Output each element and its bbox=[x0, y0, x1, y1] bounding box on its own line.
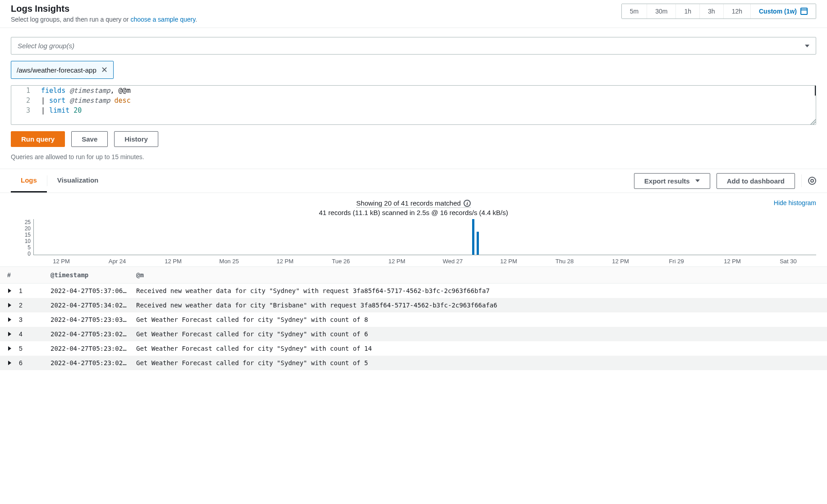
log-group-tag: /aws/weather-forecast-app ✕ bbox=[11, 61, 114, 79]
expand-caret-icon[interactable] bbox=[8, 361, 11, 365]
time-range-5m[interactable]: 5m bbox=[622, 4, 647, 18]
expand-cell[interactable] bbox=[0, 341, 15, 356]
row-number: 4 bbox=[15, 327, 47, 341]
y-axis: 2520151050 bbox=[11, 219, 33, 255]
chart-body[interactable] bbox=[33, 219, 816, 255]
table-row[interactable]: 42022-04-27T05:23:02.99…Get Weather Fore… bbox=[0, 327, 827, 341]
table-row[interactable]: 22022-04-27T05:34:02.32…Received new wea… bbox=[0, 298, 827, 312]
time-range-12h[interactable]: 12h bbox=[724, 4, 751, 18]
x-tick: 12 PM bbox=[593, 258, 648, 265]
row-number: 3 bbox=[15, 312, 47, 327]
x-tick: Mon 25 bbox=[201, 258, 257, 265]
message-cell: Get Weather Forecast called for city "Sy… bbox=[133, 341, 827, 356]
page-title: Logs Insights bbox=[11, 4, 197, 14]
records-matched-label: Showing 20 of 41 records matched bbox=[356, 199, 461, 207]
table-row[interactable]: 32022-04-27T05:23:03.14…Get Weather Fore… bbox=[0, 312, 827, 327]
message-cell: Received new weather data for city "Sydn… bbox=[133, 284, 827, 298]
time-range-1h[interactable]: 1h bbox=[676, 4, 700, 18]
histogram-bar[interactable] bbox=[472, 219, 474, 255]
timestamp-cell: 2022-04-27T05:34:02.32… bbox=[47, 298, 133, 312]
expand-caret-icon[interactable] bbox=[8, 317, 11, 322]
y-tick: 15 bbox=[25, 232, 31, 238]
hide-histogram-link[interactable]: Hide histogram bbox=[774, 199, 816, 206]
add-to-dashboard-button[interactable]: Add to dashboard bbox=[717, 173, 795, 189]
message-cell: Get Weather Forecast called for city "Sy… bbox=[133, 356, 827, 370]
line-number: 2 bbox=[11, 96, 37, 105]
x-tick: 12 PM bbox=[145, 258, 201, 265]
y-tick: 10 bbox=[25, 238, 31, 244]
subtitle-prefix: Select log groups, and then run a query … bbox=[11, 16, 130, 23]
y-tick: 0 bbox=[28, 251, 31, 257]
time-range-30m[interactable]: 30m bbox=[647, 4, 676, 18]
table-row[interactable]: 12022-04-27T05:37:06.74…Received new wea… bbox=[0, 284, 827, 298]
row-number: 5 bbox=[15, 341, 47, 356]
expand-cell[interactable] bbox=[0, 298, 15, 312]
expand-caret-icon[interactable] bbox=[8, 332, 11, 336]
tab-logs[interactable]: Logs bbox=[11, 169, 47, 192]
x-tick: 12 PM bbox=[33, 258, 89, 265]
remove-log-group-icon[interactable]: ✕ bbox=[101, 65, 108, 75]
export-results-button[interactable]: Export results bbox=[634, 173, 710, 189]
y-tick: 25 bbox=[25, 219, 31, 225]
table-header-timestamp[interactable]: @timestamp bbox=[47, 267, 133, 284]
table-header-index[interactable]: # bbox=[0, 267, 47, 284]
caret-down-icon bbox=[805, 45, 809, 47]
time-range-selector: 5m30m1h3h12hCustom (1w) bbox=[621, 4, 816, 19]
expand-cell[interactable] bbox=[0, 284, 15, 298]
expand-caret-icon[interactable] bbox=[8, 346, 11, 351]
expand-cell[interactable] bbox=[0, 327, 15, 341]
run-query-button[interactable]: Run query bbox=[11, 131, 65, 147]
line-content[interactable]: | limit 20 bbox=[37, 105, 816, 115]
log-group-select[interactable]: Select log group(s) bbox=[11, 37, 816, 55]
timestamp-cell: 2022-04-27T05:23:03.14… bbox=[47, 312, 133, 327]
time-range-custom[interactable]: Custom (1w) bbox=[751, 4, 816, 18]
y-tick: 20 bbox=[25, 225, 31, 232]
calendar-icon bbox=[800, 8, 808, 15]
timestamp-cell: 2022-04-27T05:23:02.54… bbox=[47, 356, 133, 370]
expand-cell[interactable] bbox=[0, 356, 15, 370]
action-divider bbox=[801, 174, 802, 187]
time-range-3h[interactable]: 3h bbox=[700, 4, 724, 18]
save-button[interactable]: Save bbox=[71, 131, 108, 147]
caret-down-icon bbox=[695, 179, 700, 182]
line-content[interactable]: fields @timestamp, @@m bbox=[37, 86, 816, 96]
line-content[interactable]: | sort @timestamp desc bbox=[37, 96, 816, 105]
records-matched-text: Showing 20 of 41 records matched i bbox=[356, 199, 471, 208]
x-tick: 12 PM bbox=[257, 258, 313, 265]
log-group-placeholder: Select log group(s) bbox=[18, 42, 74, 50]
info-icon[interactable]: i bbox=[464, 200, 471, 207]
code-line[interactable]: 2| sort @timestamp desc bbox=[11, 96, 816, 105]
history-button[interactable]: History bbox=[114, 131, 158, 147]
x-tick: 12 PM bbox=[704, 258, 760, 265]
code-line[interactable]: 3| limit 20 bbox=[11, 105, 816, 115]
expand-caret-icon[interactable] bbox=[8, 303, 11, 307]
table-row[interactable]: 52022-04-27T05:23:02.70…Get Weather Fore… bbox=[0, 341, 827, 356]
code-line[interactable]: 1fields @timestamp, @@m bbox=[11, 86, 816, 96]
y-tick: 5 bbox=[28, 244, 31, 251]
line-number: 1 bbox=[11, 86, 37, 96]
settings-gear-icon[interactable] bbox=[808, 177, 816, 185]
expand-caret-icon[interactable] bbox=[8, 289, 11, 293]
table-row[interactable]: 62022-04-27T05:23:02.54…Get Weather Fore… bbox=[0, 356, 827, 370]
x-tick: 12 PM bbox=[369, 258, 425, 265]
query-duration-note: Queries are allowed to run for up to 15 … bbox=[11, 153, 816, 160]
expand-cell[interactable] bbox=[0, 312, 15, 327]
x-tick: Thu 28 bbox=[537, 258, 593, 265]
query-editor[interactable]: 1fields @timestamp, @@m2| sort @timestam… bbox=[11, 85, 816, 125]
x-tick: Sat 30 bbox=[760, 258, 816, 265]
timestamp-cell: 2022-04-27T05:37:06.74… bbox=[47, 284, 133, 298]
table-header-message[interactable]: @m bbox=[133, 267, 827, 284]
histogram-chart: 2520151050 bbox=[11, 219, 816, 255]
sample-query-link[interactable]: choose a sample query bbox=[130, 16, 195, 23]
row-number: 1 bbox=[15, 284, 47, 298]
x-tick: Fri 29 bbox=[648, 258, 704, 265]
histogram-bar[interactable] bbox=[477, 232, 479, 255]
message-cell: Get Weather Forecast called for city "Sy… bbox=[133, 327, 827, 341]
records-scanned-text: 41 records (11.1 kB) scanned in 2.5s @ 1… bbox=[11, 209, 816, 216]
row-number: 6 bbox=[15, 356, 47, 370]
tab-visualization[interactable]: Visualization bbox=[47, 169, 108, 192]
row-number: 2 bbox=[15, 298, 47, 312]
subtitle-suffix: . bbox=[195, 16, 197, 23]
x-tick: Apr 24 bbox=[89, 258, 145, 265]
log-group-tag-label: /aws/weather-forecast-app bbox=[17, 66, 96, 74]
